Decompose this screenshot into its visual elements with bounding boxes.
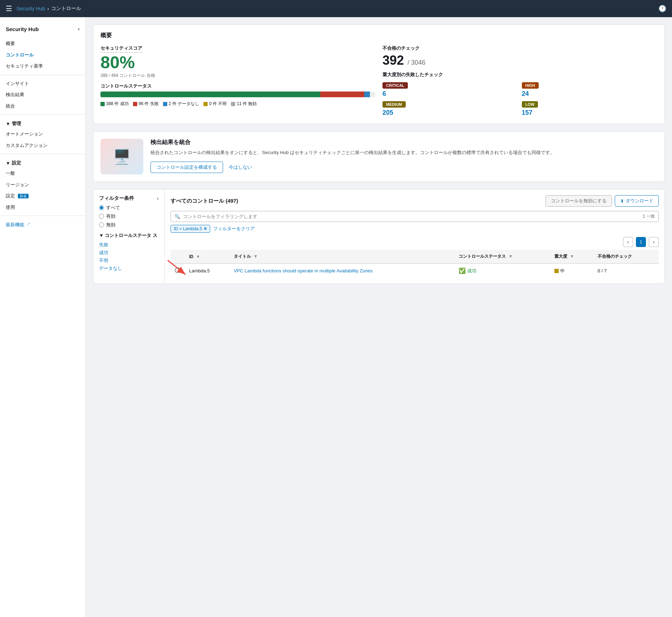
col-severity-label: 重大度 [554, 254, 567, 259]
hamburger-menu[interactable]: ☰ [6, 4, 12, 13]
clear-filter-button[interactable]: フィルターをクリア [213, 226, 255, 232]
sidebar-item-findings[interactable]: 検出結果 [0, 89, 85, 100]
sidebar-collapse-button[interactable]: ‹ [78, 26, 80, 32]
section-arrow-settings: ▼ [6, 161, 10, 166]
filter-success[interactable]: 成功 [99, 249, 159, 257]
control-status-label: コントロールステータス [100, 83, 375, 89]
success-icon: ✅ [459, 267, 466, 274]
sidebar-item-overview[interactable]: 概要 [0, 38, 85, 49]
critical-count[interactable]: 6 [382, 90, 518, 98]
sidebar-item-insight[interactable]: インサイト [0, 78, 85, 89]
high-count[interactable]: 24 [522, 90, 658, 98]
sidebar-latest-features[interactable]: 最新機能 ↗ [0, 219, 85, 231]
table-panel-header: すべてのコントロール (497) コントロールを無効にする ⬇ ダウンロード [171, 195, 659, 207]
download-button[interactable]: ⬇ ダウンロード [615, 195, 659, 207]
row-checkbox-cell[interactable] [171, 263, 185, 278]
prev-page-button[interactable]: ‹ [623, 237, 633, 247]
table-row: Lambda.5 VPC Lambda functions should ope… [171, 263, 659, 278]
filter-tag-text: ID = Lambda.5 [174, 226, 202, 231]
radio-enabled-input[interactable] [99, 214, 104, 219]
progress-nodata [364, 92, 370, 97]
filter-fail[interactable]: 失敗 [99, 241, 159, 249]
sidebar-item-custom-action[interactable]: カスタムアクション [0, 140, 85, 151]
sidebar-item-settings-new[interactable]: 設定 新規 [0, 190, 85, 202]
score-subtext: 388 / 484 コントロール 合格 [100, 73, 375, 79]
overview-title: 概要 [100, 32, 657, 39]
current-page-button[interactable]: 1 [636, 237, 646, 247]
sidebar-item-usage[interactable]: 使用 [0, 202, 85, 213]
low-count[interactable]: 157 [522, 109, 658, 117]
search-icon: 🔍 [174, 214, 180, 219]
sidebar-item-region[interactable]: リージョン [0, 179, 85, 191]
severity-grid: CRITICAL 6 HIGH 24 MEDIUM 205 LOW [382, 82, 657, 117]
filter-nodata[interactable]: データなし [99, 265, 159, 272]
overview-left: セキュリティスコア 80% 388 / 484 コントロール 合格 コントロール… [100, 45, 375, 117]
legend-nodata-text: 2 件 データなし [169, 101, 199, 107]
col-status[interactable]: コントロールステータス ▼ [454, 250, 550, 263]
arrow-container [175, 267, 181, 274]
radio-all-input[interactable] [99, 205, 104, 210]
filter-radio-group: すべて 有効 無効 [99, 204, 159, 228]
col-id[interactable]: ID ▼ [185, 250, 229, 263]
sidebar-item-automation[interactable]: オートメーション [0, 128, 85, 140]
filter-collapse-button[interactable]: ‹ [157, 196, 159, 201]
status-legend: 388 件 成功 96 件 失敗 2 件 データなし 0 件 不明 [100, 101, 375, 107]
next-page-button[interactable]: › [649, 237, 659, 247]
legend-disabled-text: 11 件 無効 [237, 101, 257, 107]
sidebar-item-standards[interactable]: セキュリティ基準 [0, 60, 85, 72]
radio-enabled[interactable]: 有効 [99, 213, 159, 219]
row-failed-cell: 0 / 7 [593, 263, 659, 278]
status-sort-icon[interactable]: ▼ [509, 254, 513, 259]
severity-high: HIGH 24 [522, 82, 658, 98]
breadcrumb-home[interactable]: Security Hub [16, 6, 45, 11]
radio-disabled[interactable]: 無効 [99, 222, 159, 228]
controls-table: ID ▼ タイトル ▼ コントロールステータス ▼ [171, 250, 659, 278]
radio-all[interactable]: すべて [99, 204, 159, 211]
integrate-text: 検出結果を統合 統合されたコントロールの検出結果をオンにすると、Security… [150, 139, 555, 173]
filter-tag-remove[interactable]: ✕ [203, 226, 207, 231]
sidebar-item-integration[interactable]: 統合 [0, 100, 85, 112]
configure-control-button[interactable]: コントロール設定を構成する [150, 162, 223, 173]
critical-badge: CRITICAL [382, 82, 408, 89]
search-bar: 🔍 1 一致 [171, 211, 659, 222]
legend-dot-nodata [163, 102, 167, 106]
table-body: Lambda.5 VPC Lambda functions should ope… [171, 263, 659, 278]
overview-card: 概要 セキュリティスコア 80% 388 / 484 コントロール 合格 コント… [93, 24, 665, 124]
title-sort-icon[interactable]: ▼ [253, 254, 258, 259]
sidebar-item-general[interactable]: 一般 [0, 168, 85, 179]
col-id-label: ID [189, 254, 193, 259]
legend-nodata: 2 件 データなし [163, 101, 199, 107]
search-input[interactable] [183, 214, 640, 219]
severity-low: LOW 157 [522, 101, 658, 117]
integrate-description: 統合されたコントロールの検出結果をオンにすると、Security Hub はセキ… [150, 149, 555, 157]
legend-disabled: 11 件 無効 [231, 101, 257, 107]
col-title[interactable]: タイトル ▼ [229, 250, 455, 263]
legend-fail: 96 件 失敗 [133, 101, 159, 107]
integrate-illustration: 🖥️ [100, 139, 143, 174]
failed-checks-number: 392 [382, 53, 404, 68]
control-status-section-label: ▼ コントロールステータ ス [99, 232, 159, 239]
radio-disabled-input[interactable] [99, 222, 104, 227]
col-severity[interactable]: 重大度 ▼ [550, 250, 593, 263]
security-score-value: 80% [100, 54, 375, 71]
table-panel: すべてのコントロール (497) コントロールを無効にする ⬇ ダウンロード 🔍… [165, 189, 664, 283]
failed-checks-label: 不合格のチェック [382, 45, 657, 51]
severity-sort-icon[interactable]: ▼ [570, 254, 574, 259]
row-severity-cell: 中 [550, 263, 593, 278]
nav-right-icons[interactable]: 🕐 [658, 5, 666, 13]
filter-title: フィルター条件 ‹ [99, 195, 159, 202]
row-select-checkbox[interactable] [175, 267, 181, 273]
row-title-link[interactable]: VPC Lambda functions should operate in m… [234, 268, 373, 273]
radio-enabled-label: 有効 [106, 213, 115, 219]
row-severity: 中 [554, 268, 589, 274]
sidebar-header: Security Hub ‹ [0, 23, 85, 38]
skip-button[interactable]: 今はしない [229, 164, 252, 171]
control-status-section-text: ▼ コントロールステータ ス [99, 232, 157, 239]
section-label-settings: 設定 [12, 160, 21, 166]
medium-count[interactable]: 205 [382, 109, 518, 117]
col-status-label: コントロールステータス [459, 254, 506, 259]
severity-medium: MEDIUM 205 [382, 101, 518, 117]
filter-unknown[interactable]: 不明 [99, 257, 159, 265]
id-sort-icon[interactable]: ▼ [196, 254, 200, 259]
sidebar-item-controls[interactable]: コントロール [0, 49, 85, 61]
